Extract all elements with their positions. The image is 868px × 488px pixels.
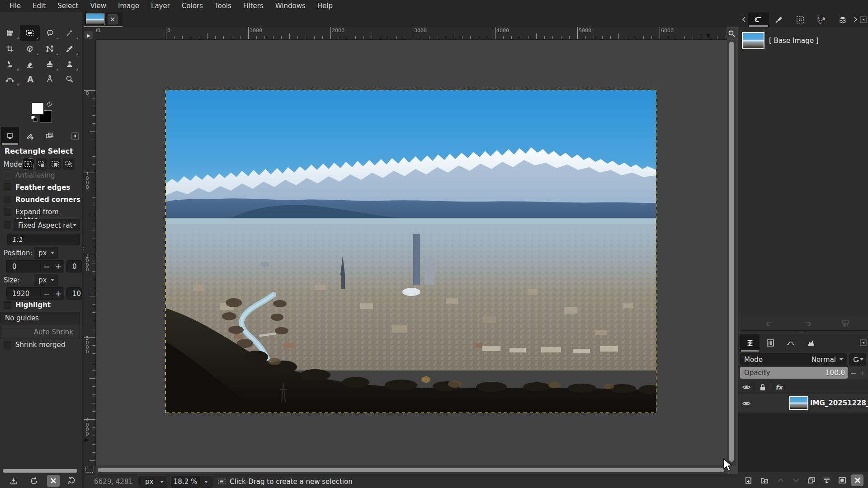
lower-layer-button[interactable]	[790, 474, 802, 486]
redo-button[interactable]	[801, 318, 814, 329]
opacity-decrement-button[interactable]: −	[849, 367, 858, 379]
visibility-header-icon[interactable]	[740, 382, 753, 393]
selection-editor-tab[interactable]	[791, 12, 809, 27]
add-mask-button[interactable]	[836, 474, 849, 486]
mode-replace-button[interactable]	[22, 158, 34, 170]
fixed-aspect-dropdown[interactable]: Fixed Aspect ratio	[14, 219, 80, 231]
horizontal-scrollbar-thumb[interactable]	[98, 468, 724, 472]
rounded-corners-checkbox[interactable]	[4, 196, 11, 203]
layers-tab[interactable]	[740, 334, 760, 352]
align-tool[interactable]	[0, 25, 20, 41]
vertical-scrollbar[interactable]	[727, 40, 736, 465]
swap-colors-icon[interactable]	[46, 101, 53, 109]
delete-layer-button[interactable]	[851, 474, 863, 486]
dock-tab-menu-button[interactable]	[860, 16, 867, 25]
unified-transform-tool[interactable]	[20, 41, 40, 56]
quick-mask-toggle[interactable]	[85, 467, 94, 473]
canvas-image[interactable]	[166, 90, 656, 413]
feather-edges-checkbox[interactable]	[4, 183, 11, 191]
zoom-tool[interactable]	[60, 71, 80, 87]
undo-history-entry[interactable]: [ Base Image ]	[738, 31, 868, 54]
size-height-spinner[interactable]: 108	[66, 287, 82, 300]
increment-icon[interactable]: +	[52, 288, 64, 299]
paths-tool[interactable]	[0, 71, 20, 87]
merge-down-button[interactable]	[821, 474, 833, 486]
menu-select[interactable]: Select	[52, 0, 84, 12]
zoom-input[interactable]: 18.2 %	[171, 476, 200, 488]
vertical-scrollbar-thumb[interactable]	[729, 42, 734, 462]
save-tool-preset-button[interactable]	[7, 475, 20, 487]
menu-edit[interactable]: Edit	[27, 0, 52, 12]
crop-tool[interactable]	[0, 41, 20, 56]
lock-icon[interactable]	[756, 382, 769, 393]
handle-transform-tool[interactable]	[40, 41, 60, 56]
horizontal-ruler[interactable]: 00 0 1000 2000 3000 4000 5000 6000 ▼	[96, 27, 727, 40]
ruler-corner-button[interactable]: ▶	[85, 31, 93, 39]
undo-history-tab[interactable]	[748, 12, 769, 27]
chevron-right-icon[interactable]	[852, 15, 859, 24]
canvas-viewport[interactable]	[96, 40, 727, 465]
tool-options-tab[interactable]	[1, 127, 19, 145]
layer-visibility-icon[interactable]	[741, 398, 752, 409]
free-select-tool[interactable]	[40, 25, 60, 41]
restore-tool-preset-button[interactable]	[27, 475, 40, 487]
images-tab[interactable]	[41, 127, 59, 145]
channels-tab[interactable]	[760, 334, 780, 352]
clear-history-button[interactable]	[839, 318, 852, 329]
menu-layer[interactable]: Layer	[145, 0, 176, 12]
menu-view[interactable]: View	[84, 0, 112, 12]
measure-tool[interactable]	[40, 71, 60, 87]
text-tool[interactable]: A	[20, 71, 40, 87]
opacity-increment-button[interactable]: +	[859, 367, 867, 379]
decrement-icon[interactable]: −	[40, 288, 52, 299]
close-icon[interactable]: ×	[108, 14, 118, 24]
position-x-spinner[interactable]: 0 − +	[6, 260, 64, 272]
eraser-tool[interactable]	[20, 56, 40, 72]
zoom-dropdown-button[interactable]	[200, 476, 212, 488]
image-tab[interactable]: ×	[84, 12, 123, 27]
reset-tool-button[interactable]	[65, 475, 78, 487]
mode-subtract-button[interactable]	[49, 158, 61, 170]
increment-icon[interactable]: +	[52, 261, 64, 272]
ink-tool[interactable]	[0, 56, 20, 72]
size-unit-dropdown[interactable]: px	[34, 274, 58, 286]
dock-tab-menu-button[interactable]	[71, 132, 79, 141]
status-unit-dropdown[interactable]: px	[139, 476, 167, 488]
menu-colors[interactable]: Colors	[176, 0, 209, 12]
paintbrush-tool[interactable]	[60, 41, 80, 56]
position-y-spinner[interactable]: 0	[66, 260, 82, 272]
undo-button[interactable]	[763, 318, 777, 329]
document-history-tab[interactable]	[834, 12, 852, 27]
menu-filters[interactable]: Filters	[237, 0, 269, 12]
menu-help[interactable]: Help	[311, 0, 339, 12]
mode-add-button[interactable]	[36, 158, 47, 170]
fonts-tab[interactable]: aCb	[812, 12, 830, 27]
auto-shrink-button[interactable]: Auto Shrink	[0, 326, 80, 338]
vertical-ruler[interactable]: 0 1000 2000 3000 4000 ▶	[84, 40, 96, 465]
aspect-ratio-input[interactable]: 1:1	[7, 234, 80, 245]
rectangle-select-tool[interactable]	[20, 25, 40, 41]
mode-group-switch-button[interactable]	[849, 353, 866, 366]
zoom-follow-window-button[interactable]	[726, 28, 737, 39]
highlight-checkbox[interactable]	[4, 301, 11, 309]
decrement-icon[interactable]: −	[40, 261, 52, 272]
new-group-button[interactable]	[758, 474, 771, 486]
histogram-tab[interactable]	[801, 334, 821, 352]
new-layer-button[interactable]	[742, 474, 755, 486]
menu-tools[interactable]: Tools	[209, 0, 237, 12]
dock-tab-menu-button[interactable]	[860, 339, 867, 348]
fixed-aspect-checkbox[interactable]	[4, 221, 11, 229]
effects-icon[interactable]: fx	[773, 382, 785, 393]
clone-tool[interactable]	[40, 56, 60, 72]
device-status-tab[interactable]: i	[21, 127, 39, 145]
foreground-color-swatch[interactable]	[32, 103, 44, 115]
fuzzy-select-tool[interactable]	[60, 25, 80, 41]
position-unit-dropdown[interactable]: px	[34, 247, 58, 259]
brushes-tab[interactable]	[770, 12, 788, 27]
raise-layer-button[interactable]	[774, 474, 787, 486]
guides-dropdown[interactable]: No guides	[0, 312, 80, 324]
mode-intersect-button[interactable]	[63, 158, 75, 170]
opacity-slider[interactable]: Opacity 100.0	[740, 367, 848, 379]
duplicate-layer-button[interactable]	[805, 474, 818, 486]
menu-image[interactable]: Image	[112, 0, 145, 12]
